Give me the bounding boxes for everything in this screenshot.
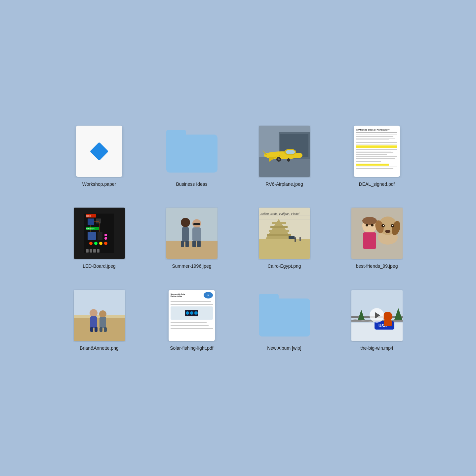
- svg-point-74: [392, 225, 393, 226]
- rv6-airplane-thumb: [258, 125, 311, 178]
- deal-signed-thumb: STANDARD BREACH AGREEMENT: [350, 125, 403, 178]
- file-label: Summer-1996.jpeg: [172, 263, 211, 269]
- svg-point-80: [90, 309, 98, 317]
- rv6-airplane-image: [259, 126, 310, 177]
- brian-annette-thumb: [73, 289, 126, 342]
- cairo-egypt-thumb: Belieu Guida, Halfpan, Piedel: [258, 207, 311, 260]
- best-friends-image: [351, 208, 403, 259]
- file-item-workshop-paper[interactable]: Workshop.paper: [66, 125, 132, 187]
- svg-rect-79: [74, 315, 125, 318]
- led-board-image: RED GREEN: [74, 208, 125, 259]
- new-album-thumb: [258, 289, 311, 342]
- led-board-thumb: RED GREEN: [73, 207, 126, 260]
- file-item-big-win[interactable]: USA the-big-win.mp4: [344, 289, 410, 351]
- file-item-brian-annette[interactable]: Brian&Annette.png: [66, 289, 132, 351]
- svg-rect-77: [74, 290, 125, 316]
- svg-point-13: [287, 158, 290, 162]
- solar-fishing-thumb: Submersible SolarFishing Lights H: [165, 289, 218, 342]
- brian-annette-image: [74, 290, 125, 341]
- svg-rect-20: [96, 218, 101, 223]
- file-item-led-board[interactable]: RED GREEN: [66, 207, 132, 269]
- desktop: Workshop.paper Business Ideas: [56, 112, 420, 365]
- svg-point-8: [286, 150, 295, 154]
- file-label: Business Ideas: [176, 181, 208, 187]
- svg-rect-30: [97, 249, 99, 253]
- file-item-rv6-airplane[interactable]: RV6-Airplane.jpeg: [251, 125, 317, 187]
- folder-icon: [166, 130, 218, 173]
- file-item-summer-1996[interactable]: Summer-1996.jpeg: [159, 207, 225, 269]
- svg-rect-27: [86, 249, 89, 253]
- video-play-overlay: [370, 308, 384, 323]
- svg-rect-56: [272, 222, 286, 224]
- svg-text:RED: RED: [86, 215, 91, 217]
- svg-point-26: [104, 242, 107, 245]
- svg-rect-85: [99, 317, 106, 328]
- svg-rect-64: [363, 232, 376, 249]
- svg-point-76: [371, 224, 374, 226]
- file-item-deal-signed[interactable]: STANDARD BREACH AGREEMENT: [344, 125, 410, 187]
- file-item-business-ideas[interactable]: Business Ideas: [159, 125, 225, 187]
- svg-point-84: [99, 310, 106, 318]
- file-label: Workshop.paper: [82, 181, 116, 187]
- svg-rect-60: [299, 239, 301, 241]
- svg-point-34: [104, 234, 107, 236]
- file-label: Brian&Annette.png: [80, 345, 119, 351]
- svg-rect-61: [289, 236, 295, 239]
- svg-rect-37: [166, 241, 218, 259]
- svg-point-89: [186, 311, 189, 315]
- svg-rect-40: [181, 241, 184, 247]
- svg-point-24: [94, 242, 98, 245]
- big-win-thumb: USA: [350, 289, 403, 342]
- svg-rect-58: [295, 239, 296, 242]
- svg-text:Belieu Guida, Halfpan, Piedel: Belieu Guida, Halfpan, Piedel: [260, 212, 300, 216]
- file-label: best-friends_99.jpeg: [356, 263, 398, 269]
- svg-rect-29: [93, 249, 96, 253]
- file-item-best-friends[interactable]: best-friends_99.jpeg: [344, 207, 410, 269]
- svg-rect-82: [90, 327, 93, 332]
- svg-point-25: [99, 242, 102, 245]
- svg-rect-21: [88, 232, 96, 240]
- svg-point-6: [295, 153, 302, 158]
- svg-rect-51: [259, 239, 310, 259]
- file-item-cairo-egypt[interactable]: Belieu Guida, Halfpan, Piedel: [251, 207, 317, 269]
- svg-rect-55: [270, 226, 288, 228]
- solar-fishing-pdf-icon: Submersible SolarFishing Lights H: [169, 290, 215, 341]
- folder-icon: [259, 294, 310, 337]
- svg-rect-81: [90, 316, 97, 328]
- svg-point-23: [89, 242, 93, 245]
- svg-point-90: [190, 311, 193, 315]
- file-label: LED-Board.jpeg: [83, 263, 116, 269]
- file-label: Solar-fishing-light.pdf: [170, 345, 214, 351]
- svg-rect-2: [259, 157, 310, 177]
- svg-rect-54: [269, 230, 289, 232]
- svg-point-59: [299, 237, 301, 239]
- svg-rect-45: [197, 241, 201, 247]
- svg-rect-22: [98, 232, 102, 240]
- svg-point-70: [385, 230, 390, 233]
- svg-point-65: [362, 217, 377, 225]
- file-label: DEAL_signed.pdf: [359, 181, 395, 187]
- svg-text:GREEN: GREEN: [86, 227, 95, 230]
- deal-pdf-icon: STANDARD BREACH AGREEMENT: [354, 126, 400, 177]
- svg-point-91: [194, 311, 198, 315]
- svg-rect-0: [90, 142, 109, 161]
- workshop-paper-icon: [76, 126, 122, 177]
- svg-rect-44: [192, 241, 196, 247]
- svg-rect-46: [193, 223, 200, 225]
- svg-rect-43: [192, 227, 201, 241]
- workshop-paper-thumb: [73, 125, 126, 178]
- svg-rect-87: [104, 327, 107, 332]
- dropbox-logo-icon: [89, 141, 109, 161]
- svg-rect-39: [182, 227, 189, 242]
- big-win-image: USA: [351, 290, 403, 341]
- svg-point-38: [181, 218, 190, 227]
- file-item-new-album[interactable]: New Album [wip]: [251, 289, 317, 351]
- file-label: RV6-Airplane.jpeg: [265, 181, 303, 187]
- business-ideas-thumb: [165, 125, 218, 178]
- file-label: Cairo-Egypt.png: [267, 263, 301, 269]
- file-item-solar-fishing[interactable]: Submersible SolarFishing Lights H: [159, 289, 225, 351]
- play-icon: [375, 312, 380, 319]
- cairo-egypt-image: Belieu Guida, Halfpan, Piedel: [259, 208, 310, 259]
- svg-point-75: [366, 224, 368, 226]
- svg-rect-83: [95, 327, 98, 332]
